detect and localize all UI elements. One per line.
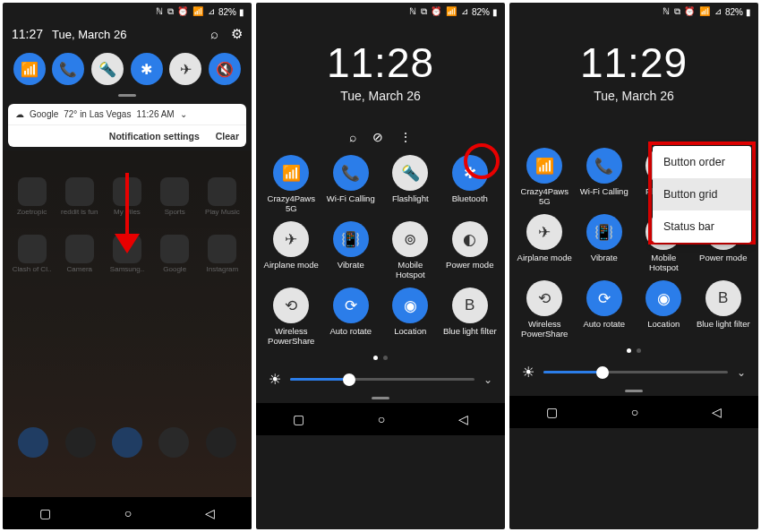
app-icon[interactable]: Sports	[153, 177, 197, 231]
clear-button[interactable]: Clear	[216, 131, 239, 142]
qs-tile-label: Location	[394, 327, 426, 347]
app-icon[interactable]: Play Music	[201, 177, 244, 231]
qs-tile-toggle[interactable]: ✈	[526, 214, 562, 250]
wifi-calling-toggle[interactable]: 📞	[52, 53, 84, 85]
brightness-slider[interactable]	[543, 371, 728, 373]
qs-tile: ⟲Wireless PowerShare	[517, 280, 573, 339]
home-button[interactable]: ○	[378, 412, 385, 426]
camera-app-icon[interactable]	[206, 427, 236, 458]
home-button[interactable]: ○	[124, 506, 132, 520]
more-menu-icon[interactable]: ⋮	[399, 130, 412, 144]
wifi-toggle[interactable]: 📶	[13, 53, 46, 85]
recent-apps-button[interactable]: ▢	[293, 412, 304, 426]
back-button[interactable]: ◁	[458, 412, 468, 426]
qs-tile-toggle[interactable]: 📞	[586, 148, 622, 184]
page-dot[interactable]	[383, 356, 388, 360]
qs-tile: BBlue light filter	[696, 280, 752, 339]
carrier-app-icon[interactable]	[65, 427, 96, 458]
qs-tile-toggle[interactable]: 📞	[333, 155, 369, 191]
clock-date: Tue, March 26	[509, 89, 758, 103]
qs-tile-toggle[interactable]: ⟳	[586, 280, 622, 316]
chevron-down-icon[interactable]: ⌄	[180, 109, 187, 119]
qs-tile-label: Wi-Fi Calling	[327, 194, 375, 214]
qs-tile-toggle[interactable]: 📶	[526, 148, 562, 184]
drag-handle[interactable]	[625, 390, 643, 392]
app-icon[interactable]: reddit is fun	[57, 177, 101, 231]
settings-gear-icon[interactable]: ⚙	[231, 26, 243, 42]
back-button[interactable]: ◁	[712, 405, 722, 419]
qs-tile-toggle[interactable]: ◉	[646, 280, 681, 316]
app-icon[interactable]: Google	[153, 235, 197, 288]
qs-tile-toggle[interactable]: B	[452, 287, 488, 323]
page-dot[interactable]	[373, 356, 378, 360]
lock-clock: 11:29 Tue, March 26	[509, 39, 758, 103]
recent-apps-button[interactable]: ▢	[39, 506, 51, 520]
status-icons: ℕ ⧉ ⏰ 📶 ⊿	[409, 6, 469, 17]
page-indicator	[509, 348, 758, 353]
qs-tile-toggle[interactable]: 📶	[273, 155, 309, 191]
nav-bar: ▢ ○ ◁	[509, 396, 758, 428]
page-dot[interactable]	[637, 348, 641, 353]
clock-date: Tue, March 26	[52, 28, 210, 41]
menu-item[interactable]: Button grid	[653, 178, 751, 210]
menu-item[interactable]: Button order	[653, 146, 751, 178]
page-dot[interactable]	[627, 348, 631, 353]
qs-tile-label: Wireless PowerShare	[517, 320, 573, 339]
phone-screenshot-3: ℕ ⧉ ⏰ 📶 ⊿ 82% ▮ 11:29 Tue, March 26 📶Cra…	[509, 3, 758, 529]
qs-tile-toggle[interactable]: ⟲	[273, 287, 309, 323]
qs-tile-toggle[interactable]: 📳	[333, 221, 369, 257]
qs-tile: ⊚Mobile Hotspot	[382, 221, 439, 280]
app-icon[interactable]: My Files	[105, 177, 149, 231]
qs-tile-label: Vibrate	[338, 261, 364, 280]
qs-tile: ⟳Auto rotate	[323, 287, 380, 347]
qs-tile-toggle[interactable]: ✱	[452, 155, 488, 191]
qs-tile-toggle[interactable]: 📳	[586, 214, 622, 250]
app-icon[interactable]: Camera	[57, 235, 101, 288]
qs-tile-toggle[interactable]: ◉	[392, 287, 428, 323]
search-icon[interactable]: ⌕	[349, 130, 356, 144]
power-icon[interactable]: ⊘	[372, 130, 383, 144]
back-button[interactable]: ◁	[205, 506, 215, 520]
quick-settings-row: 📶 📞 🔦 ✱ ✈ 🔇	[3, 47, 252, 90]
home-button[interactable]: ○	[631, 405, 638, 419]
search-icon[interactable]: ⌕	[210, 26, 218, 42]
brightness-slider[interactable]	[290, 378, 475, 381]
qs-tile-label: Crazy4Paws 5G	[263, 194, 320, 214]
qs-tile-label: Auto rotate	[330, 327, 372, 347]
qs-tile-toggle[interactable]: ⊚	[392, 221, 428, 257]
app-icon[interactable]: Zoetropic	[10, 177, 54, 231]
drag-handle[interactable]	[118, 94, 136, 97]
notification-settings-link[interactable]: Notification settings	[109, 131, 200, 142]
notification-card[interactable]: ☁ Google 72° in Las Vegas 11:26 AM ⌄ Not…	[8, 104, 246, 147]
qs-tile-label: Wireless PowerShare	[263, 327, 320, 347]
app-icon[interactable]: Instagram	[201, 235, 244, 288]
recent-apps-button[interactable]: ▢	[546, 405, 558, 419]
app-icon[interactable]: Samsung..	[105, 235, 149, 288]
notif-app: Google	[30, 109, 58, 119]
qs-tile-toggle[interactable]: ◐	[452, 221, 488, 257]
chevron-down-icon[interactable]: ⌄	[737, 366, 746, 379]
menu-item[interactable]: Status bar	[653, 210, 751, 243]
browser-app-icon[interactable]	[158, 427, 189, 458]
phone-app-icon[interactable]	[18, 427, 48, 458]
qs-tile: 📳Vibrate	[323, 221, 380, 280]
battery-icon: ▮	[746, 7, 751, 17]
page-indicator	[256, 356, 505, 360]
qs-tile-toggle[interactable]: ⟲	[526, 280, 562, 316]
qs-tile-toggle[interactable]: B	[705, 280, 741, 316]
flashlight-toggle[interactable]: 🔦	[91, 53, 124, 85]
qs-tile-toggle[interactable]: ✈	[273, 221, 309, 257]
qs-tile-toggle[interactable]: ⟳	[333, 287, 369, 323]
qs-tile-label: Blue light filter	[443, 327, 497, 347]
airplane-toggle[interactable]: ✈	[169, 53, 201, 85]
drag-handle[interactable]	[372, 397, 389, 399]
battery-pct: 82%	[725, 7, 743, 17]
qs-tile: ◉Location	[382, 287, 439, 347]
bluetooth-toggle[interactable]: ✱	[131, 53, 163, 85]
messages-app-icon[interactable]	[112, 427, 142, 458]
chevron-down-icon[interactable]: ⌄	[483, 373, 492, 386]
battery-icon: ▮	[239, 7, 244, 17]
app-icon[interactable]: Clash of Cl..	[10, 235, 54, 288]
mute-toggle[interactable]: 🔇	[209, 53, 241, 85]
qs-tile-toggle[interactable]: 🔦	[392, 155, 428, 191]
